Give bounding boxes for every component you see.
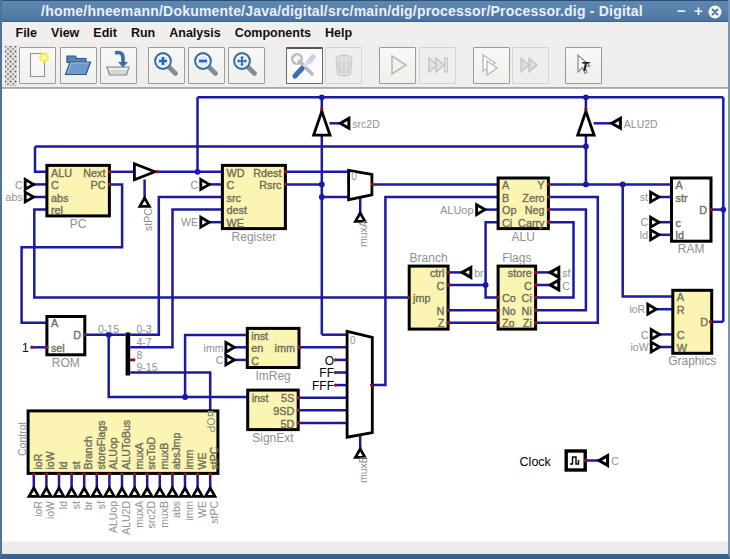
svg-text:muxA: muxA	[133, 501, 145, 528]
svg-text:inst: inst	[251, 330, 268, 342]
svg-text:st: st	[70, 501, 82, 509]
svg-text:A: A	[677, 291, 685, 303]
svg-text:D: D	[699, 204, 707, 216]
svg-text:muxB: muxB	[158, 443, 170, 470]
svg-text:C: C	[190, 179, 198, 191]
svg-text:Branch: Branch	[410, 251, 448, 265]
svg-text:ALU: ALU	[512, 230, 535, 244]
svg-text:C: C	[562, 280, 570, 292]
svg-text:imm: imm	[183, 501, 195, 521]
svg-text:Ni: Ni	[522, 305, 532, 317]
svg-text:Rdest: Rdest	[253, 167, 281, 179]
svg-text:abs: abs	[6, 191, 23, 203]
svg-text:inst: inst	[252, 392, 269, 404]
svg-text:ld: ld	[676, 229, 684, 241]
svg-text:st: st	[640, 191, 648, 203]
svg-text:C: C	[641, 329, 649, 341]
svg-text:jmp: jmp	[412, 292, 430, 304]
svg-text:br: br	[474, 267, 484, 279]
svg-text:Rsrc: Rsrc	[259, 179, 282, 191]
svg-text:ALUToBus: ALUToBus	[120, 420, 132, 470]
svg-text:abs: abs	[51, 192, 69, 204]
svg-text:en: en	[251, 342, 263, 354]
svg-text:ioR: ioR	[32, 453, 44, 469]
svg-text:FFF: FFF	[312, 379, 334, 393]
svg-text:5S: 5S	[281, 392, 294, 404]
svg-text:C: C	[15, 179, 23, 191]
svg-text:rel: rel	[51, 204, 63, 216]
svg-text:R: R	[677, 304, 685, 316]
svg-text:st: st	[70, 461, 82, 469]
svg-text:0: 0	[350, 335, 356, 346]
svg-text:ALUop: ALUop	[107, 501, 119, 533]
svg-text:ioR: ioR	[629, 303, 645, 315]
svg-text:Branch: Branch	[82, 436, 94, 469]
svg-text:ALUop: ALUop	[107, 437, 119, 469]
svg-text:Ci: Ci	[522, 292, 532, 304]
svg-text:abs: abs	[170, 501, 182, 518]
svg-text:C: C	[436, 280, 444, 292]
svg-text:WE: WE	[196, 453, 208, 470]
svg-text:Carry: Carry	[518, 217, 545, 229]
svg-text:SignExt: SignExt	[252, 431, 294, 445]
svg-text:Co: Co	[502, 292, 516, 304]
svg-text:dest: dest	[227, 204, 247, 216]
svg-text:A: A	[51, 317, 59, 329]
svg-text:WD: WD	[227, 167, 245, 179]
svg-text:C: C	[216, 354, 224, 366]
svg-text:Control: Control	[16, 422, 28, 456]
svg-text:ALUop: ALUop	[440, 204, 474, 216]
svg-text:Next: Next	[83, 167, 105, 179]
svg-text:Flags: Flags	[502, 251, 531, 265]
svg-text:WE: WE	[181, 216, 198, 228]
svg-text:Ci: Ci	[502, 217, 512, 229]
svg-text:Zero: Zero	[522, 192, 544, 204]
svg-text:muxB: muxB	[357, 456, 369, 483]
svg-text:sf: sf	[95, 501, 107, 509]
svg-text:PC: PC	[70, 217, 87, 231]
svg-text:OP: OP	[205, 418, 217, 433]
svg-text:C: C	[611, 455, 619, 467]
svg-text:Clock: Clock	[520, 455, 552, 469]
svg-text:WE: WE	[227, 217, 244, 229]
svg-text:N: N	[436, 305, 444, 317]
svg-text:0: 0	[351, 171, 357, 182]
svg-text:srcToD: srcToD	[145, 436, 157, 469]
svg-text:store: store	[508, 267, 532, 279]
svg-text:T: T	[581, 59, 590, 74]
svg-text:W: W	[677, 342, 688, 354]
svg-text:absJmp: absJmp	[170, 433, 182, 470]
svg-text:C: C	[251, 355, 259, 367]
svg-text:stPC: stPC	[142, 208, 154, 231]
svg-text:ioR: ioR	[32, 501, 44, 517]
svg-text:C: C	[227, 179, 235, 191]
svg-text:Neg: Neg	[525, 204, 545, 216]
svg-text:C: C	[640, 216, 648, 228]
svg-text:ALU2D: ALU2D	[624, 118, 658, 130]
svg-text:src: src	[227, 192, 242, 204]
svg-text:C: C	[524, 280, 532, 292]
svg-text:8: 8	[137, 349, 143, 361]
svg-text:D: D	[73, 329, 81, 341]
svg-text:0-3: 0-3	[137, 323, 152, 335]
svg-text:Zi: Zi	[523, 317, 532, 329]
svg-text:src2D: src2D	[352, 118, 380, 130]
svg-text:ioW: ioW	[631, 341, 649, 353]
svg-text:ld: ld	[57, 461, 69, 469]
svg-text:ld: ld	[57, 501, 69, 509]
svg-text:Graphics: Graphics	[668, 354, 716, 368]
svg-text:ImReg: ImReg	[255, 369, 290, 383]
svg-text:Op: Op	[502, 204, 516, 216]
svg-text:0-15: 0-15	[98, 323, 119, 335]
svg-text:9SD: 9SD	[273, 405, 294, 417]
svg-text:ctrl: ctrl	[430, 267, 444, 279]
svg-text:stPC: stPC	[208, 446, 220, 469]
svg-text:D: D	[700, 316, 708, 328]
svg-text:stPC: stPC	[208, 501, 220, 524]
svg-text:A: A	[676, 179, 684, 191]
svg-text:PC: PC	[91, 179, 106, 191]
svg-text:str: str	[676, 192, 688, 204]
svg-text:C: C	[51, 179, 59, 191]
svg-text:5D: 5D	[280, 418, 294, 430]
svg-text:A: A	[502, 179, 510, 191]
